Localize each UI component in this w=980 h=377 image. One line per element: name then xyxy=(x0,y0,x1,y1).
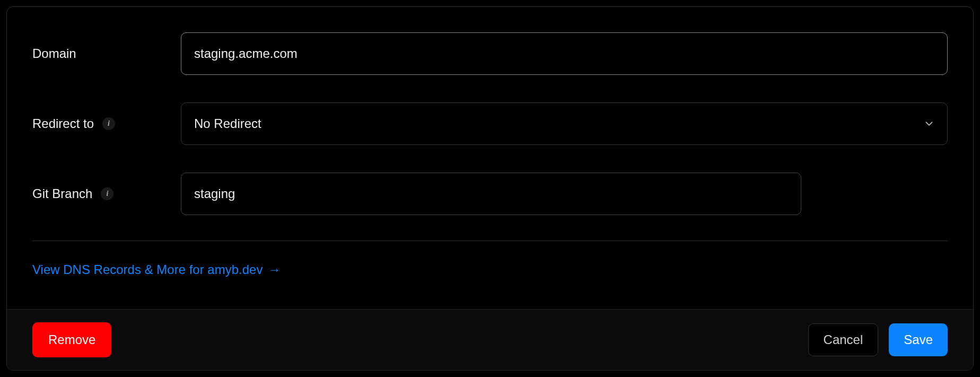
cancel-button[interactable]: Cancel xyxy=(808,323,879,356)
branch-input[interactable] xyxy=(181,173,801,215)
remove-button[interactable]: Remove xyxy=(32,322,111,357)
redirect-label-cell: Redirect to i xyxy=(32,116,181,131)
form-area: Domain Redirect to i No Redirect xyxy=(7,7,973,309)
redirect-selected-value: No Redirect xyxy=(194,116,261,131)
redirect-select[interactable]: No Redirect xyxy=(181,102,948,145)
redirect-select-wrap: No Redirect xyxy=(181,102,948,145)
panel-footer: Remove Cancel Save xyxy=(7,309,973,370)
domain-label-cell: Domain xyxy=(32,46,181,61)
arrow-right-icon: → xyxy=(268,262,281,277)
branch-label: Git Branch xyxy=(32,186,92,201)
domain-label: Domain xyxy=(32,46,76,61)
divider xyxy=(32,241,948,241)
info-icon[interactable]: i xyxy=(102,117,115,130)
redirect-row: Redirect to i No Redirect xyxy=(32,102,948,145)
footer-right: Cancel Save xyxy=(808,323,948,356)
domain-row: Domain xyxy=(32,32,948,75)
branch-row: Git Branch i xyxy=(32,173,948,215)
info-icon[interactable]: i xyxy=(101,187,113,200)
dns-records-link[interactable]: View DNS Records & More for amyb.dev → xyxy=(32,262,281,277)
domain-settings-panel: Domain Redirect to i No Redirect xyxy=(6,6,974,371)
save-button[interactable]: Save xyxy=(889,323,948,356)
dns-link-text: View DNS Records & More for amyb.dev xyxy=(32,262,262,277)
branch-label-cell: Git Branch i xyxy=(32,186,181,201)
domain-input[interactable] xyxy=(181,32,948,75)
domain-control xyxy=(181,32,948,75)
redirect-label: Redirect to xyxy=(32,116,94,131)
branch-control xyxy=(181,173,948,215)
redirect-control: No Redirect xyxy=(181,102,948,145)
